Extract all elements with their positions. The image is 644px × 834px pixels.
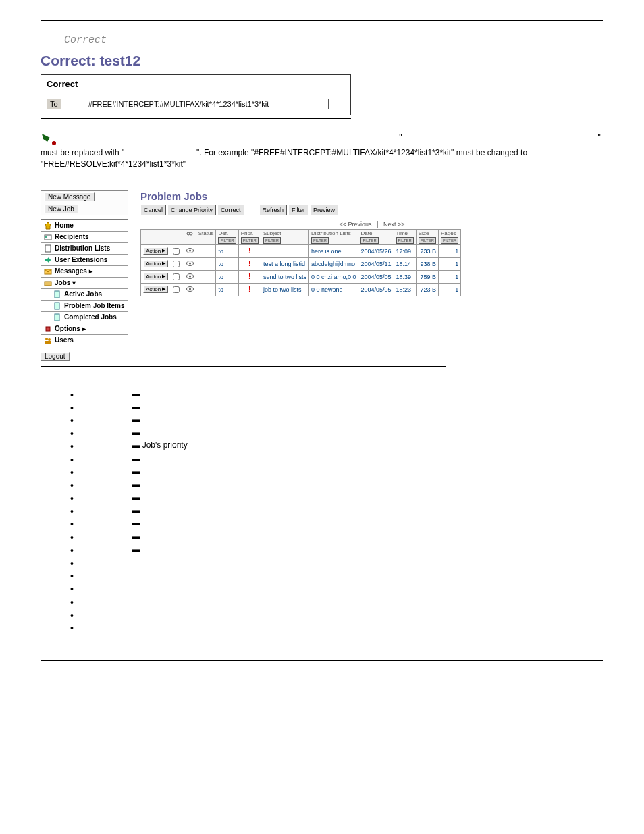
col-date: Date (360, 230, 372, 236)
new-message-button[interactable]: New Message (44, 192, 95, 201)
list-item: ▬ (70, 426, 603, 439)
cell-lists: 0 0 newone (308, 283, 358, 296)
action-button[interactable]: Action▶ (143, 286, 168, 293)
svg-point-15 (187, 232, 190, 235)
cell-size: 759 B (416, 270, 438, 283)
refresh-button[interactable]: Refresh (259, 205, 288, 215)
nav-completed-jobs[interactable]: Completed Jobs (41, 312, 128, 323)
col-pages: Pages (441, 230, 456, 236)
action-button[interactable]: Action▶ (143, 260, 168, 267)
cell-time: 18:39 (394, 270, 416, 283)
table-row: Action▶ to!test a long listidabcdefghijk… (141, 257, 461, 270)
logout-button[interactable]: Logout (41, 352, 70, 361)
filter-chip[interactable]: FILTER (218, 237, 236, 244)
filter-chip[interactable]: FILTER (360, 237, 378, 244)
nav-user-extensions[interactable]: User Extensions (41, 255, 128, 266)
svg-point-1 (52, 141, 56, 145)
nav-list: Home Recipients Distribution Lists User … (41, 219, 128, 346)
svg-point-13 (48, 338, 51, 341)
nav-home[interactable]: Home (41, 220, 128, 232)
filter-chip[interactable]: FILTER (441, 237, 458, 244)
svg-point-20 (189, 262, 191, 264)
action-button[interactable]: Action▶ (143, 247, 168, 255)
list-item (70, 581, 603, 594)
cell-def: to (216, 257, 238, 270)
cell-time: 18:23 (394, 283, 416, 296)
nav-users[interactable]: Users (41, 335, 128, 346)
card-icon (44, 233, 52, 241)
cell-size: 733 B (416, 244, 438, 257)
row-checkbox[interactable] (173, 261, 180, 267)
pager-prev[interactable]: << Previous (340, 221, 372, 228)
nav-messages[interactable]: Messages ▸ (41, 266, 128, 278)
pager-next[interactable]: Next >> (383, 221, 405, 228)
users-icon (44, 336, 52, 344)
cell-def: to (216, 244, 238, 257)
svg-rect-8 (55, 291, 59, 298)
change-priority-button[interactable]: Change Priority (167, 205, 216, 215)
cell-def: to (216, 283, 238, 296)
filter-chip[interactable]: FILTER (241, 237, 259, 244)
cell-subject: send to two lists (261, 270, 308, 283)
to-field[interactable]: #FREE#INTERCEPT:#MULTIFAX/kit*4*1234*lis… (86, 99, 329, 109)
action-button[interactable]: Action▶ (143, 273, 168, 280)
table-row: Action▶ to!here is one2004/05/2617:09733… (141, 244, 461, 257)
filter-button[interactable]: Filter (288, 205, 308, 215)
cell-pages: 1 (439, 244, 461, 257)
svg-point-24 (189, 288, 191, 290)
eye-icon (186, 273, 194, 279)
row-checkbox[interactable] (173, 248, 180, 255)
filter-chip[interactable]: FILTER (263, 237, 281, 244)
mail-icon (44, 267, 52, 276)
tool-icon (44, 325, 52, 333)
row-checkbox[interactable] (173, 273, 180, 280)
nav-options[interactable]: Options ▸ (41, 323, 128, 335)
nav-recipients[interactable]: Recipients (41, 232, 128, 243)
cell-pages: 1 (439, 283, 461, 296)
filter-chip[interactable]: FILTER (396, 237, 414, 244)
to-button[interactable]: To (47, 99, 61, 109)
svg-marker-2 (45, 222, 51, 229)
doc-icon (53, 290, 61, 298)
list-item (70, 608, 603, 621)
pin-icon (41, 132, 59, 147)
list-item: ▬ (70, 543, 603, 556)
jobs-table: Status Def.FILTER Prior.FILTER SubjectFI… (140, 229, 461, 296)
col-size: Size (419, 230, 429, 236)
correct-button[interactable]: Correct (217, 205, 244, 215)
col-subject: Subject (263, 230, 281, 236)
list-item: ▬ (70, 465, 603, 478)
eye-icon (186, 261, 194, 266)
problem-jobs-title: Problem Jobs (140, 190, 603, 202)
svg-rect-14 (45, 341, 51, 344)
priority-icon: ! (248, 260, 250, 267)
filter-chip[interactable]: FILTER (311, 237, 329, 244)
cancel-button[interactable]: Cancel (140, 205, 166, 215)
svg-rect-9 (55, 303, 59, 309)
list-item: ▬ (70, 400, 603, 413)
nav-distribution-lists[interactable]: Distribution Lists (41, 243, 128, 255)
cell-date: 2004/05/26 (358, 244, 394, 257)
nav-jobs[interactable]: Jobs ▾ (41, 278, 128, 289)
list-item: ▬ (70, 530, 603, 543)
filter-chip[interactable]: FILTER (419, 237, 436, 244)
preview-button[interactable]: Preview (310, 205, 338, 215)
list-item: ▬ (70, 452, 603, 465)
row-checkbox[interactable] (173, 286, 180, 293)
cell-date: 2004/05/11 (358, 257, 394, 270)
panel-title: Correct: test12 (41, 53, 603, 69)
svg-point-22 (189, 275, 191, 277)
nav-active-jobs[interactable]: Active Jobs (41, 289, 128, 301)
eye-icon (186, 286, 194, 292)
eye-icon (186, 248, 194, 253)
cell-time: 17:09 (394, 244, 416, 257)
home-icon (44, 221, 52, 230)
priority-icon: ! (248, 286, 250, 293)
new-job-button[interactable]: New Job (44, 205, 78, 213)
note-block: "" must be replaced with " ". For exampl… (41, 132, 603, 170)
svg-marker-0 (42, 134, 50, 142)
nav-problem-job-items[interactable]: Problem Job Items (41, 301, 128, 312)
col-lists: Distribution Lists (311, 230, 351, 236)
pager-sep: | (377, 221, 378, 228)
cell-pages: 1 (439, 257, 461, 270)
